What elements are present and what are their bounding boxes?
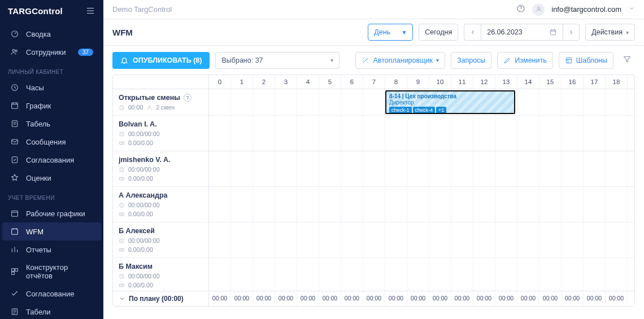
time-cell[interactable]	[562, 222, 584, 257]
sidebar-item-wfm[interactable]: WFM	[2, 222, 101, 241]
sidebar-item-reports[interactable]: Отчеты	[2, 241, 101, 259]
time-cell[interactable]	[253, 258, 275, 291]
time-cell[interactable]	[584, 258, 606, 291]
time-cell[interactable]	[231, 116, 253, 151]
time-cell[interactable]	[451, 258, 473, 291]
time-cell[interactable]	[231, 151, 253, 186]
chevron-down-icon[interactable]	[119, 295, 125, 302]
time-cell[interactable]	[341, 258, 363, 291]
time-cell[interactable]	[562, 116, 584, 151]
filter-icon[interactable]	[619, 51, 635, 69]
time-cell[interactable]	[517, 151, 539, 186]
time-cell[interactable]	[363, 187, 385, 222]
time-cell[interactable]	[341, 222, 363, 257]
time-cell[interactable]	[473, 187, 495, 222]
time-cell[interactable]	[562, 258, 584, 291]
sidebar-item-schedule[interactable]: График	[2, 97, 101, 115]
time-cell[interactable]	[275, 222, 297, 257]
time-cell[interactable]	[584, 222, 606, 257]
time-cell[interactable]	[297, 116, 319, 151]
time-cell[interactable]	[429, 222, 451, 257]
time-cell[interactable]	[495, 258, 517, 291]
sidebar-item-report-builder[interactable]: Конструктор отчётов	[2, 259, 101, 285]
time-cell[interactable]	[429, 151, 451, 186]
templates-button[interactable]: Шаблоны	[559, 52, 613, 69]
sidebar-item-work-schedules[interactable]: Рабочие графики	[2, 204, 101, 222]
time-cell[interactable]	[539, 89, 562, 115]
time-cell[interactable]	[562, 151, 584, 186]
time-cell[interactable]	[363, 258, 385, 291]
menu-toggle-icon[interactable]	[85, 6, 95, 16]
time-cell[interactable]	[495, 116, 517, 151]
time-cell[interactable]	[517, 116, 539, 151]
time-cell[interactable]	[606, 151, 628, 186]
time-cell[interactable]	[253, 222, 275, 257]
time-cell[interactable]	[407, 187, 429, 222]
time-cell[interactable]	[584, 89, 606, 115]
time-cell[interactable]	[517, 222, 539, 257]
edit-button[interactable]: Изменить	[497, 52, 552, 69]
date-next-button[interactable]	[563, 24, 580, 41]
time-cell[interactable]	[253, 116, 275, 151]
sidebar-item-hours[interactable]: Часы	[2, 78, 101, 97]
time-cell[interactable]	[231, 89, 253, 115]
time-cell[interactable]	[451, 151, 473, 186]
time-cell[interactable]	[451, 187, 473, 222]
time-cell[interactable]	[297, 151, 319, 186]
user-menu-chevron[interactable]	[628, 5, 635, 14]
sidebar-item-employees[interactable]: Сотрудники 37	[2, 43, 101, 61]
scheduler-body[interactable]: Открытые смены? 00:00 2 смен8-14 | Цех п…	[113, 89, 634, 291]
time-cell[interactable]	[517, 89, 539, 115]
time-cell[interactable]	[606, 222, 628, 257]
date-prev-button[interactable]	[464, 24, 481, 41]
time-cell[interactable]	[275, 116, 297, 151]
time-cell[interactable]	[341, 89, 363, 115]
time-cell[interactable]	[517, 258, 539, 291]
time-cell[interactable]	[319, 151, 341, 186]
time-cell[interactable]	[209, 89, 231, 115]
time-cell[interactable]	[562, 89, 584, 115]
view-mode-select[interactable]: День ▼	[368, 24, 413, 41]
help-icon[interactable]	[516, 4, 525, 15]
sidebar-item-ratings[interactable]: Оценки	[2, 169, 101, 187]
time-cell[interactable]	[363, 116, 385, 151]
time-cell[interactable]	[495, 151, 517, 186]
selection-dropdown[interactable]: Выбрано: 37 ▾	[215, 52, 340, 69]
time-cell[interactable]	[385, 222, 407, 257]
time-cell[interactable]	[275, 187, 297, 222]
time-cell[interactable]	[584, 151, 606, 186]
time-cell[interactable]	[253, 187, 275, 222]
time-cell[interactable]	[319, 222, 341, 257]
time-cell[interactable]	[297, 222, 319, 257]
time-cell[interactable]	[584, 116, 606, 151]
sidebar-item-messages[interactable]: Сообщения	[2, 133, 101, 151]
time-cell[interactable]	[341, 187, 363, 222]
shift-block[interactable]: 8-14 | Цех производстваДиректорcheck-1ch…	[385, 90, 515, 114]
time-cell[interactable]	[319, 116, 341, 151]
time-cell[interactable]	[297, 258, 319, 291]
autoplan-button[interactable]: Автопланировщик ▾	[355, 52, 445, 69]
time-cell[interactable]	[275, 89, 297, 115]
horizontal-scrollbar[interactable]	[112, 308, 635, 316]
sidebar-item-approval[interactable]: Согласование	[2, 285, 101, 303]
time-cell[interactable]	[584, 187, 606, 222]
time-cell[interactable]	[231, 187, 253, 222]
time-cell[interactable]	[209, 151, 231, 186]
time-cell[interactable]	[341, 116, 363, 151]
time-cell[interactable]	[385, 116, 407, 151]
sidebar-item-summary[interactable]: Сводка	[2, 25, 101, 43]
time-cell[interactable]	[297, 187, 319, 222]
time-cell[interactable]	[407, 116, 429, 151]
time-cell[interactable]	[363, 222, 385, 257]
time-cell[interactable]	[606, 116, 628, 151]
publish-button[interactable]: ОПУБЛИКОВАТЬ (8)	[112, 52, 210, 69]
time-cell[interactable]	[231, 258, 253, 291]
time-cell[interactable]	[385, 187, 407, 222]
time-cell[interactable]	[451, 116, 473, 151]
time-cell[interactable]	[253, 151, 275, 186]
time-cell[interactable]	[341, 151, 363, 186]
today-button[interactable]: Сегодня	[419, 24, 458, 41]
time-cell[interactable]	[319, 187, 341, 222]
time-cell[interactable]	[562, 187, 584, 222]
time-cell[interactable]	[407, 151, 429, 186]
